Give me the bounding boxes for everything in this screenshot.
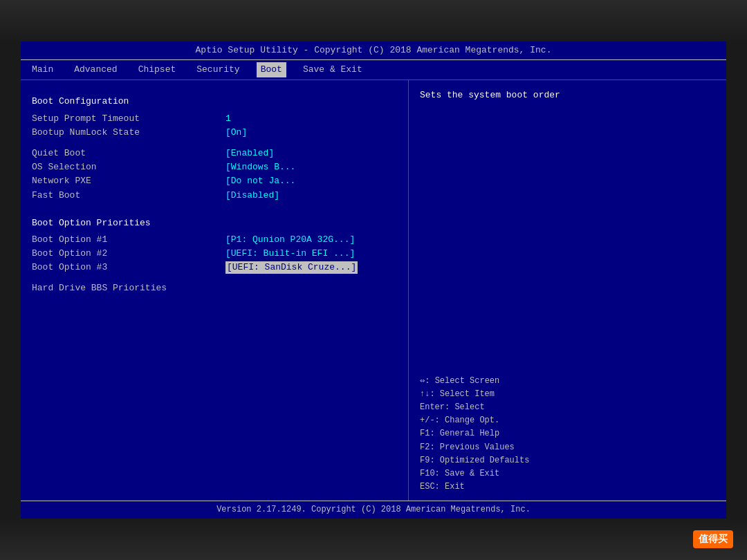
section-boot-priorities: Boot Option Priorities (32, 217, 397, 230)
right-panel: Sets the system boot order ⇔: Select Scr… (409, 80, 726, 502)
row-setup-prompt[interactable]: Setup Prompt Timeout 1 (32, 113, 397, 125)
nav-boot[interactable]: Boot (257, 62, 286, 77)
label-boot-opt2: Boot Option #2 (32, 248, 225, 260)
label-setup-prompt: Setup Prompt Timeout (32, 113, 225, 125)
value-setup-prompt: 1 (225, 113, 231, 125)
value-boot-opt2: [UEFI: Built-in EFI ...] (225, 248, 355, 260)
key-esc: ESC: Exit (420, 480, 715, 494)
value-fast-boot: [Disabled] (225, 189, 279, 202)
watermark-label: 值得买 (693, 530, 733, 548)
value-numlock: [On] (225, 127, 247, 139)
key-help: ⇔: Select Screen ↑↓: Select Item Enter: … (420, 375, 715, 494)
key-change-opt: +/-: Change Opt. (420, 414, 715, 427)
value-boot-opt1: [P1: Qunion P20A 32G...] (225, 234, 355, 246)
nav-security[interactable]: Security (192, 62, 243, 77)
label-os-selection: OS Selection (32, 161, 225, 174)
row-boot-opt3[interactable]: Boot Option #3 [UEFI: SanDisk Cruze...] (32, 261, 397, 274)
label-hdd-bbs: Hard Drive BBS Priorities (32, 282, 225, 295)
key-save-exit: F10: Save & Exit (420, 467, 715, 480)
row-fast-boot[interactable]: Fast Boot [Disabled] (32, 189, 397, 202)
row-numlock[interactable]: Bootup NumLock State [On] (32, 127, 397, 139)
row-hdd-bbs[interactable]: Hard Drive BBS Priorities (32, 282, 397, 295)
value-os-selection: [Windows B... (225, 161, 295, 174)
key-enter: Enter: Select (420, 401, 715, 414)
nav-advanced[interactable]: Advanced (70, 62, 121, 77)
label-numlock: Bootup NumLock State (32, 127, 225, 139)
bios-screen: Aptio Setup Utility - Copyright (C) 2018… (21, 41, 726, 519)
nav-main[interactable]: Main (28, 62, 57, 77)
value-quiet-boot: [Enabled] (225, 147, 274, 160)
bios-title: Aptio Setup Utility - Copyright (C) 2018… (196, 45, 552, 55)
key-prev-values: F2: Previous Values (420, 441, 715, 454)
section-boot-config: Boot Configuration (32, 95, 397, 108)
row-boot-opt2[interactable]: Boot Option #2 [UEFI: Built-in EFI ...] (32, 248, 397, 260)
row-network-pxe[interactable]: Network PXE [Do not Ja... (32, 175, 397, 187)
label-network-pxe: Network PXE (32, 175, 225, 187)
row-os-selection[interactable]: OS Selection [Windows B... (32, 161, 397, 174)
nav-chipset[interactable]: Chipset (134, 62, 181, 77)
key-optimized: F9: Optimized Defaults (420, 454, 715, 467)
nav-save-exit[interactable]: Save & Exit (299, 62, 367, 77)
value-boot-opt3: [UEFI: SanDisk Cruze...] (225, 261, 358, 274)
top-bezel (0, 0, 747, 41)
label-quiet-boot: Quiet Boot (32, 147, 225, 160)
key-select-item: ↑↓: Select Item (420, 388, 715, 401)
key-general-help: F1: General Help (420, 427, 715, 440)
value-network-pxe: [Do not Ja... (225, 175, 295, 187)
key-select-screen: ⇔: Select Screen (420, 375, 715, 388)
version-text: Version 2.17.1249. Copyright (C) 2018 Am… (216, 505, 531, 514)
help-text: Sets the system boot order (420, 88, 715, 102)
version-bar: Version 2.17.1249. Copyright (C) 2018 Am… (21, 501, 726, 519)
title-bar: Aptio Setup Utility - Copyright (C) 2018… (21, 41, 726, 60)
nav-bar[interactable]: Main Advanced Chipset Security Boot Save… (21, 60, 726, 80)
label-boot-opt3: Boot Option #3 (32, 261, 225, 274)
row-quiet-boot[interactable]: Quiet Boot [Enabled] (32, 147, 397, 160)
label-boot-opt1: Boot Option #1 (32, 234, 225, 246)
left-panel: Boot Configuration Setup Prompt Timeout … (21, 80, 409, 502)
bottom-bezel: 值得买 (0, 519, 747, 560)
label-fast-boot: Fast Boot (32, 189, 225, 202)
bezel: Aptio Setup Utility - Copyright (C) 2018… (0, 0, 747, 560)
main-content: Boot Configuration Setup Prompt Timeout … (21, 80, 726, 502)
row-boot-opt1[interactable]: Boot Option #1 [P1: Qunion P20A 32G...] (32, 234, 397, 246)
